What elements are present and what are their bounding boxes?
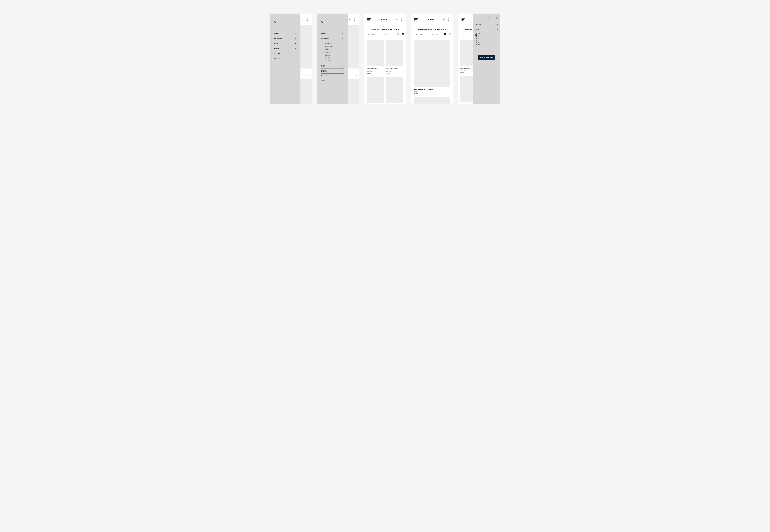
menu-kids[interactable]: KIDS+ bbox=[274, 41, 296, 46]
product-card[interactable] bbox=[415, 97, 450, 104]
svg-point-4 bbox=[397, 18, 398, 20]
filter-section-label: COLOR bbox=[475, 24, 481, 25]
menu-label: KIDS bbox=[321, 65, 325, 67]
filters-button[interactable]: FILTERS bbox=[364, 32, 380, 37]
brand-logo[interactable]: LOGO bbox=[380, 18, 387, 21]
size-option-m[interactable]: M bbox=[475, 37, 498, 39]
product-card[interactable]: DESCRIPTION OF CLOTHING COLOR bbox=[367, 77, 384, 104]
submenu-sweats[interactable]: Sweats bbox=[324, 56, 343, 59]
product-image bbox=[415, 97, 450, 104]
filters-button[interactable]: FILTER bbox=[411, 32, 427, 37]
product-price: $ 50.00 bbox=[415, 93, 450, 94]
bag-icon[interactable] bbox=[400, 18, 403, 21]
product-desc: DESCRIPTION OF CLOTHING bbox=[415, 89, 450, 90]
menu-mens[interactable]: MENS+ bbox=[321, 31, 343, 36]
menu-sales[interactable]: SALES bbox=[274, 51, 296, 56]
filter-section-size[interactable]: SIZE − bbox=[473, 27, 500, 32]
filter-icon[interactable] bbox=[415, 18, 418, 20]
search-icon[interactable] bbox=[302, 18, 304, 21]
search-icon[interactable] bbox=[443, 18, 446, 21]
product-image bbox=[367, 77, 384, 103]
behind-title-fragment: S bbox=[356, 75, 357, 76]
close-icon[interactable] bbox=[496, 17, 498, 19]
single-view-icon bbox=[444, 33, 446, 35]
close-icon[interactable] bbox=[321, 21, 323, 23]
size-option-l[interactable]: L bbox=[475, 39, 498, 41]
view-grid-button[interactable] bbox=[448, 33, 453, 35]
menu-mens[interactable]: MENS+ bbox=[274, 31, 296, 36]
view-toggle bbox=[442, 32, 453, 37]
checkbox-icon bbox=[475, 35, 477, 37]
menu-womens[interactable]: WOMENS+ bbox=[274, 36, 296, 41]
single-view-icon bbox=[397, 33, 399, 35]
product-image bbox=[415, 40, 450, 87]
filter-panel: FILTERS COLOR + SIZE − XS S M L XL XXL S… bbox=[473, 14, 500, 104]
filter-section-color[interactable]: COLOR + bbox=[473, 22, 500, 27]
menu-kids[interactable]: KIDS+ bbox=[321, 63, 343, 69]
screen-listing-grid: LOGO WOMEN'S NEW ARRIVALS FILTERS SORT D… bbox=[364, 14, 406, 104]
menu-home[interactable]: HOME+ bbox=[274, 46, 296, 51]
checkbox-icon bbox=[475, 33, 477, 35]
screen-filter-panel: WOME FILTERS DESCRIPTION OF CL COLOR $ 5… bbox=[459, 14, 500, 104]
filter-icon[interactable] bbox=[462, 18, 465, 21]
view-grid-button[interactable] bbox=[401, 33, 406, 35]
checkbox-icon bbox=[475, 44, 477, 45]
menu-drawer: MENS+ WOMENS− New Arrivals Tops & Tees S… bbox=[317, 14, 348, 104]
submenu-bottoms[interactable]: Bottoms bbox=[324, 51, 343, 54]
bag-icon[interactable] bbox=[306, 18, 308, 21]
bag-icon[interactable] bbox=[447, 18, 450, 21]
menu-label: WOMENS bbox=[274, 38, 282, 39]
product-image bbox=[386, 40, 403, 66]
plus-icon: + bbox=[294, 32, 296, 35]
plus-icon: + bbox=[294, 37, 296, 40]
close-icon[interactable] bbox=[274, 21, 276, 23]
size-option-s[interactable]: S bbox=[475, 35, 498, 37]
header: LOGO bbox=[411, 14, 453, 25]
plus-icon: + bbox=[342, 65, 343, 67]
brand-logo[interactable]: LOGO bbox=[427, 18, 434, 21]
show-results-button[interactable]: SHOW RESULTS bbox=[478, 55, 496, 60]
view-toggle bbox=[395, 32, 406, 37]
search-icon[interactable] bbox=[396, 18, 399, 21]
svg-line-5 bbox=[398, 20, 399, 20]
menu-label: HOME bbox=[321, 70, 326, 72]
product-card[interactable]: DESCRIPTION OF CLOTHING COLOR $ 50.00 bbox=[415, 40, 450, 94]
hamburger-icon[interactable] bbox=[367, 18, 371, 20]
size-option-xl[interactable]: XL bbox=[475, 41, 498, 44]
search-icon[interactable] bbox=[349, 18, 351, 21]
product-card[interactable]: DESCRIPTION OF CLOTHING COLOR $ 50.00 bbox=[386, 40, 403, 74]
submenu-jackets[interactable]: Jackets bbox=[324, 54, 343, 56]
product-image bbox=[367, 40, 384, 66]
menu-label: HOME bbox=[274, 48, 279, 50]
menu-womens[interactable]: WOMENS− bbox=[321, 36, 343, 41]
size-options: XS S M L XL XXL bbox=[473, 32, 500, 47]
view-single-button[interactable] bbox=[442, 33, 448, 35]
submenu-new-arrivals[interactable]: New Arrivals bbox=[324, 42, 343, 45]
menu-label: MENS bbox=[321, 32, 326, 34]
svg-point-0 bbox=[302, 18, 304, 20]
product-card[interactable]: DESCRIPTION OF CLOTHING COLOR $ 50.00 bbox=[367, 40, 384, 74]
plus-icon: + bbox=[294, 42, 296, 45]
plus-icon: + bbox=[342, 32, 343, 35]
size-option-xxl[interactable]: XXL bbox=[475, 44, 498, 46]
menu-account[interactable]: Account bbox=[321, 78, 343, 83]
submenu-tops-tees[interactable]: Tops & Tees bbox=[324, 45, 343, 48]
size-option-xs[interactable]: XS bbox=[475, 33, 498, 35]
sort-button[interactable]: SORT bbox=[427, 32, 442, 37]
menu-label: KIDS bbox=[274, 43, 278, 44]
product-color: COLOR bbox=[415, 91, 450, 92]
menu-home[interactable]: HOME+ bbox=[321, 69, 343, 74]
product-desc: DESCRIPTION OF CLOTHING bbox=[386, 68, 403, 71]
minus-icon: − bbox=[497, 28, 498, 31]
menu-label: SALES bbox=[274, 52, 280, 54]
menu-sales[interactable]: SALES bbox=[321, 74, 343, 78]
submenu-shirts[interactable]: Shirts bbox=[324, 48, 343, 51]
filter-panel-header: FILTERS bbox=[473, 14, 500, 22]
menu-account[interactable]: Account bbox=[274, 56, 296, 61]
sort-button[interactable]: SORT bbox=[380, 32, 395, 37]
view-single-button[interactable] bbox=[395, 33, 401, 35]
submenu-knitwear[interactable]: Knitwear bbox=[324, 59, 343, 62]
page-title: WOMEN'S NEW ARRIVALS bbox=[364, 25, 406, 32]
bag-icon[interactable] bbox=[353, 18, 356, 21]
product-card[interactable]: DESCRIPTION OF CLOTHING COLOR bbox=[386, 77, 403, 104]
